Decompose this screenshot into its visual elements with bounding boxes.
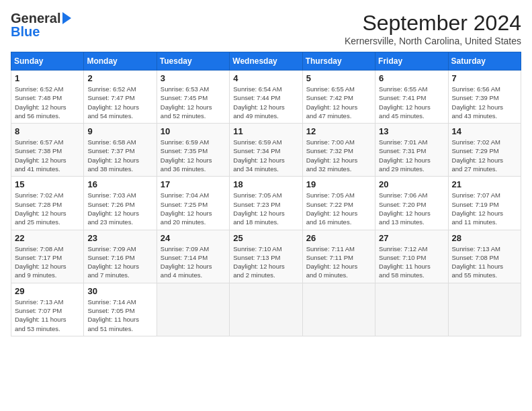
- table-row: 9Sunrise: 6:58 AM Sunset: 7:37 PM Daylig…: [84, 124, 157, 177]
- cell-info: Sunrise: 6:58 AM Sunset: 7:37 PM Dayligh…: [87, 138, 152, 173]
- col-thursday: Thursday: [302, 52, 375, 71]
- cell-day-number: 29: [15, 286, 80, 296]
- cell-info: Sunrise: 7:04 AM Sunset: 7:25 PM Dayligh…: [161, 191, 226, 226]
- title-block: September 2024 Kernersville, North Carol…: [345, 11, 521, 46]
- table-row: 28Sunrise: 7:13 AM Sunset: 7:08 PM Dayli…: [448, 230, 521, 283]
- table-row: 10Sunrise: 6:59 AM Sunset: 7:35 PM Dayli…: [157, 124, 229, 177]
- table-row: 26Sunrise: 7:11 AM Sunset: 7:11 PM Dayli…: [302, 230, 375, 283]
- cell-info: Sunrise: 6:53 AM Sunset: 7:45 PM Dayligh…: [161, 85, 226, 120]
- cell-info: Sunrise: 7:03 AM Sunset: 7:26 PM Dayligh…: [87, 191, 152, 226]
- table-row: 2Sunrise: 6:52 AM Sunset: 7:47 PM Daylig…: [84, 71, 157, 124]
- cell-info: Sunrise: 7:07 AM Sunset: 7:19 PM Dayligh…: [452, 191, 517, 226]
- table-row: 8Sunrise: 6:57 AM Sunset: 7:38 PM Daylig…: [11, 124, 84, 177]
- table-row: 5Sunrise: 6:55 AM Sunset: 7:42 PM Daylig…: [302, 71, 375, 124]
- cell-day-number: 22: [15, 233, 80, 243]
- calendar-week-row: 8Sunrise: 6:57 AM Sunset: 7:38 PM Daylig…: [11, 124, 521, 177]
- table-row: 13Sunrise: 7:01 AM Sunset: 7:31 PM Dayli…: [375, 124, 448, 177]
- col-saturday: Saturday: [448, 52, 521, 71]
- table-row: 29Sunrise: 7:13 AM Sunset: 7:07 PM Dayli…: [11, 283, 84, 336]
- calendar-subtitle: Kernersville, North Carolina, United Sta…: [345, 36, 521, 46]
- cell-day-number: 7: [452, 73, 517, 83]
- cell-info: Sunrise: 6:52 AM Sunset: 7:47 PM Dayligh…: [87, 85, 152, 120]
- calendar-header-row: Sunday Monday Tuesday Wednesday Thursday…: [11, 52, 521, 71]
- table-row: [375, 283, 448, 336]
- col-tuesday: Tuesday: [157, 52, 229, 71]
- cell-day-number: 28: [452, 233, 517, 243]
- cell-info: Sunrise: 6:52 AM Sunset: 7:48 PM Dayligh…: [15, 85, 80, 120]
- table-row: 24Sunrise: 7:09 AM Sunset: 7:14 PM Dayli…: [157, 230, 229, 283]
- cell-info: Sunrise: 7:10 AM Sunset: 7:13 PM Dayligh…: [233, 244, 298, 280]
- cell-day-number: 30: [87, 286, 152, 296]
- table-row: 18Sunrise: 7:05 AM Sunset: 7:23 PM Dayli…: [230, 177, 302, 230]
- cell-day-number: 14: [452, 126, 517, 136]
- table-row: 1Sunrise: 6:52 AM Sunset: 7:48 PM Daylig…: [11, 71, 84, 124]
- cell-info: Sunrise: 7:01 AM Sunset: 7:31 PM Dayligh…: [379, 138, 444, 173]
- table-row: 22Sunrise: 7:08 AM Sunset: 7:17 PM Dayli…: [11, 230, 84, 283]
- cell-day-number: 12: [306, 126, 371, 136]
- table-row: 20Sunrise: 7:06 AM Sunset: 7:20 PM Dayli…: [375, 177, 448, 230]
- col-monday: Monday: [84, 52, 157, 71]
- cell-info: Sunrise: 7:13 AM Sunset: 7:08 PM Dayligh…: [452, 244, 517, 280]
- cell-info: Sunrise: 7:00 AM Sunset: 7:32 PM Dayligh…: [306, 138, 371, 173]
- cell-info: Sunrise: 7:13 AM Sunset: 7:07 PM Dayligh…: [15, 298, 80, 333]
- cell-info: Sunrise: 6:57 AM Sunset: 7:38 PM Dayligh…: [15, 138, 80, 173]
- table-row: 12Sunrise: 7:00 AM Sunset: 7:32 PM Dayli…: [302, 124, 375, 177]
- col-wednesday: Wednesday: [230, 52, 302, 71]
- cell-day-number: 10: [161, 126, 226, 136]
- cell-day-number: 20: [379, 179, 444, 189]
- cell-info: Sunrise: 7:09 AM Sunset: 7:14 PM Dayligh…: [161, 244, 226, 280]
- cell-day-number: 3: [161, 73, 226, 83]
- cell-info: Sunrise: 7:06 AM Sunset: 7:20 PM Dayligh…: [379, 191, 444, 226]
- cell-info: Sunrise: 6:59 AM Sunset: 7:34 PM Dayligh…: [233, 138, 298, 173]
- cell-day-number: 15: [15, 179, 80, 189]
- cell-info: Sunrise: 7:02 AM Sunset: 7:28 PM Dayligh…: [15, 191, 80, 226]
- calendar-title: September 2024: [345, 11, 521, 36]
- cell-day-number: 1: [15, 73, 80, 83]
- table-row: 23Sunrise: 7:09 AM Sunset: 7:16 PM Dayli…: [84, 230, 157, 283]
- cell-day-number: 23: [87, 233, 152, 243]
- table-row: 21Sunrise: 7:07 AM Sunset: 7:19 PM Dayli…: [448, 177, 521, 230]
- cell-day-number: 16: [87, 179, 152, 189]
- calendar-week-row: 15Sunrise: 7:02 AM Sunset: 7:28 PM Dayli…: [11, 177, 521, 230]
- cell-day-number: 2: [87, 73, 152, 83]
- cell-info: Sunrise: 7:11 AM Sunset: 7:11 PM Dayligh…: [306, 244, 371, 280]
- cell-day-number: 13: [379, 126, 444, 136]
- cell-info: Sunrise: 6:56 AM Sunset: 7:39 PM Dayligh…: [452, 85, 517, 120]
- cell-info: Sunrise: 6:55 AM Sunset: 7:42 PM Dayligh…: [306, 85, 371, 120]
- cell-day-number: 27: [379, 233, 444, 243]
- cell-info: Sunrise: 6:59 AM Sunset: 7:35 PM Dayligh…: [161, 138, 226, 173]
- cell-day-number: 4: [233, 73, 298, 83]
- table-row: [302, 283, 375, 336]
- logo: General Blue: [11, 11, 71, 39]
- cell-day-number: 17: [161, 179, 226, 189]
- cell-day-number: 26: [306, 233, 371, 243]
- cell-day-number: 19: [306, 179, 371, 189]
- table-row: 6Sunrise: 6:55 AM Sunset: 7:41 PM Daylig…: [375, 71, 448, 124]
- logo-text: General Blue: [11, 11, 71, 39]
- cell-info: Sunrise: 7:14 AM Sunset: 7:05 PM Dayligh…: [87, 298, 152, 333]
- table-row: 15Sunrise: 7:02 AM Sunset: 7:28 PM Dayli…: [11, 177, 84, 230]
- table-row: 25Sunrise: 7:10 AM Sunset: 7:13 PM Dayli…: [230, 230, 302, 283]
- calendar-week-row: 29Sunrise: 7:13 AM Sunset: 7:07 PM Dayli…: [11, 283, 521, 336]
- cell-day-number: 25: [233, 233, 298, 243]
- table-row: 4Sunrise: 6:54 AM Sunset: 7:44 PM Daylig…: [230, 71, 302, 124]
- cell-info: Sunrise: 6:55 AM Sunset: 7:41 PM Dayligh…: [379, 85, 444, 120]
- table-row: [230, 283, 302, 336]
- table-row: 19Sunrise: 7:05 AM Sunset: 7:22 PM Dayli…: [302, 177, 375, 230]
- cell-day-number: 9: [87, 126, 152, 136]
- cell-info: Sunrise: 6:54 AM Sunset: 7:44 PM Dayligh…: [233, 85, 298, 120]
- table-row: 30Sunrise: 7:14 AM Sunset: 7:05 PM Dayli…: [84, 283, 157, 336]
- table-row: 7Sunrise: 6:56 AM Sunset: 7:39 PM Daylig…: [448, 71, 521, 124]
- cell-day-number: 5: [306, 73, 371, 83]
- cell-day-number: 24: [161, 233, 226, 243]
- cell-day-number: 6: [379, 73, 444, 83]
- cell-info: Sunrise: 7:05 AM Sunset: 7:23 PM Dayligh…: [233, 191, 298, 226]
- calendar-week-row: 1Sunrise: 6:52 AM Sunset: 7:48 PM Daylig…: [11, 71, 521, 124]
- cell-info: Sunrise: 7:05 AM Sunset: 7:22 PM Dayligh…: [306, 191, 371, 226]
- cell-info: Sunrise: 7:09 AM Sunset: 7:16 PM Dayligh…: [87, 244, 152, 280]
- col-friday: Friday: [375, 52, 448, 71]
- table-row: 11Sunrise: 6:59 AM Sunset: 7:34 PM Dayli…: [230, 124, 302, 177]
- cell-day-number: 8: [15, 126, 80, 136]
- calendar-table: Sunday Monday Tuesday Wednesday Thursday…: [11, 52, 521, 336]
- cell-day-number: 18: [233, 179, 298, 189]
